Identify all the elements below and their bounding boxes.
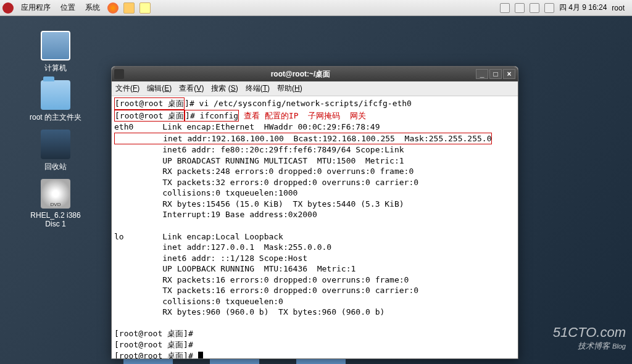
computer-icon [41,31,70,60]
icon-label: 计算机 [25,63,86,73]
window-title: root@root:~/桌面 [127,69,475,80]
annotation-text: 查看 配置的IP 子网掩码 网关 [239,111,366,120]
menu-terminal[interactable]: 终端(T) [246,83,270,94]
system-monitor-icon[interactable] [500,3,510,13]
close-button[interactable]: × [503,69,515,79]
maximize-button[interactable]: □ [489,69,502,79]
watermark: 51CTO.com 技术博客 Blog [553,325,626,352]
notes-icon[interactable] [139,2,151,14]
network-icon[interactable] [544,3,554,13]
highlight-box-2: [root@root 桌面 [114,110,185,122]
user-menu[interactable]: root [612,4,625,12]
top-panel: 应用程序 位置 系统 四 4月 9 16:24 root [0,0,632,16]
highlight-box-cmd: ]# ifconfig [185,110,239,122]
distro-logo-icon[interactable] [2,2,14,14]
terminal-line: inet6 addr: fe80::20c:29ff:fef6:7849/64 … [114,145,418,219]
menu-system[interactable]: 系统 [80,1,105,14]
app-icon [114,69,124,79]
trash-icon [41,130,70,159]
menu-file[interactable]: 文件(F) [115,83,139,94]
highlight-box-inet: inet addr:192.168.100.100 Bcast:192.168.… [114,133,492,145]
menu-search[interactable]: 搜索 (S) [211,83,238,94]
volume-icon[interactable] [530,3,539,13]
menu-edit[interactable]: 编辑(E) [147,83,172,94]
terminal-prompt: [root@root 桌面]# [114,329,193,338]
update-icon[interactable] [515,3,525,13]
terminal-prompt: [root@root 桌面]# [114,340,193,349]
minimize-button[interactable]: _ [476,69,488,79]
desktop-home[interactable]: root 的主文件夹 [25,80,86,123]
firefox-icon[interactable] [107,2,118,14]
desktop-computer[interactable]: 计算机 [25,31,86,73]
menu-help[interactable]: 帮助(H) [277,83,302,94]
desktop-trash[interactable]: 回收站 [25,130,86,172]
terminal-line: lo Link encap:Local Loopback inet addr:1… [114,232,418,317]
menu-places[interactable]: 位置 [56,1,80,14]
terminal-output[interactable]: [root@root 桌面]# vi /etc/sysconfig/networ… [112,96,518,358]
titlebar[interactable]: root@root:~/桌面 _ □ × [112,67,518,81]
desktop-disc[interactable]: RHEL_6.2 i386 Disc 1 [25,179,86,228]
icon-label: 回收站 [25,162,86,172]
icon-label: root 的主文件夹 [25,112,86,123]
terminal-window: root@root:~/桌面 _ □ × 文件(F) 编辑(E) 查看(V) 搜… [111,66,518,359]
cursor [198,352,203,358]
menu-applications[interactable]: 应用程序 [16,1,56,14]
highlight-box-1: [root@root 桌面 [114,97,185,110]
clock[interactable]: 四 4月 9 16:24 [559,2,607,13]
icon-label: RHEL_6.2 i386 Disc 1 [25,211,86,228]
disc-icon [41,179,70,209]
terminal-line: eth0 Link encap:Ethernet HWaddr 00:0C:29… [114,122,380,131]
menubar: 文件(F) 编辑(E) 查看(V) 搜索 (S) 终端(T) 帮助(H) [112,81,518,96]
file-manager-icon[interactable] [123,2,135,14]
menu-view[interactable]: 查看(V) [179,83,204,94]
folder-icon [41,80,70,110]
terminal-prompt: [root@root 桌面]# [114,351,198,358]
